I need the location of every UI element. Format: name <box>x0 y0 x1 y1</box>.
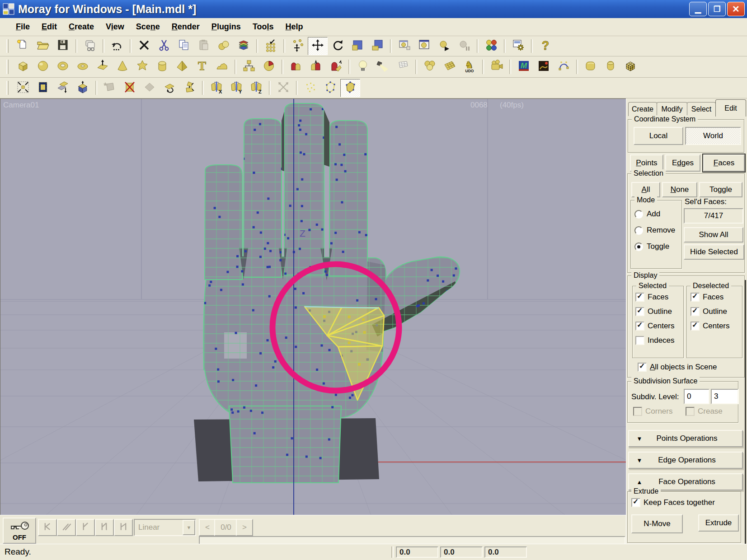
blob-button[interactable] <box>132 58 152 76</box>
copy-button[interactable] <box>174 37 194 55</box>
save-file-button[interactable] <box>53 37 73 55</box>
sweep-blob-button[interactable] <box>214 37 234 55</box>
csg-union-button[interactable] <box>286 58 306 76</box>
toolbar-grip[interactable] <box>6 60 9 74</box>
point-light-button[interactable] <box>353 58 373 76</box>
edge-operations-button[interactable]: ▼ Edge Operations <box>628 452 743 469</box>
bezier-patch-button[interactable] <box>554 58 573 76</box>
render-settings-button[interactable] <box>508 37 528 55</box>
points-mode-button[interactable] <box>301 79 320 97</box>
extrude-region-button[interactable] <box>53 79 73 97</box>
render-current-button[interactable] <box>414 37 434 55</box>
checkbox-deselected-faces[interactable]: Faces <box>691 293 724 302</box>
points-operations-button[interactable]: ▼ Points Operations <box>628 430 743 447</box>
checkbox-selected-faces[interactable]: Faces <box>635 293 668 302</box>
split-face-button[interactable] <box>179 79 199 97</box>
undo-button[interactable] <box>107 37 127 55</box>
help-button[interactable]: ? <box>536 37 555 55</box>
render-scene-button[interactable] <box>80 37 100 55</box>
mesh-button[interactable] <box>440 58 460 76</box>
extrude-button[interactable]: Extrude <box>698 514 739 532</box>
checkbox-selected-outline[interactable]: Outline <box>635 307 672 316</box>
menu-item-file[interactable]: File <box>10 20 36 33</box>
viewport-canvas[interactable] <box>0 99 626 515</box>
menu-item-plugins[interactable]: Plugins <box>206 20 247 33</box>
sphere-button[interactable] <box>33 58 53 76</box>
checkbox-keep-faces[interactable]: Keep Faces together <box>631 498 715 507</box>
udo-object-button[interactable]: ♞UDO <box>460 58 479 76</box>
checkbox-deselected-centers[interactable]: Centers <box>691 322 730 331</box>
csg-intersection-button[interactable] <box>306 58 326 76</box>
subdiv-level-max-input[interactable]: 3 <box>711 389 738 404</box>
mirror-y-button[interactable]: Y <box>226 79 246 97</box>
keyframe-toggle-button[interactable]: OFF <box>3 518 36 544</box>
checkbox-selected-indeces[interactable]: Indeces <box>635 336 675 345</box>
menu-item-tools[interactable]: Tools <box>247 20 280 33</box>
tab-edit[interactable]: Edit <box>715 99 746 117</box>
faces-mode-button[interactable] <box>340 79 360 97</box>
new-document-button[interactable] <box>13 37 33 55</box>
material-editor-button[interactable]: M <box>514 58 534 76</box>
csg-object-button[interactable] <box>259 58 279 76</box>
checkbox-selected-centers[interactable]: Centers <box>635 322 675 331</box>
menu-item-help[interactable]: Help <box>280 20 309 33</box>
blob-group-button[interactable] <box>420 58 440 76</box>
snap-grid-button[interactable] <box>261 37 281 55</box>
mode-add-radio[interactable]: Add <box>634 210 660 219</box>
delete-button[interactable] <box>134 37 154 55</box>
world-button[interactable]: World <box>685 127 741 145</box>
menu-item-edit[interactable]: Edit <box>36 20 63 33</box>
toolbar-grip[interactable] <box>6 81 9 95</box>
toolbar-grip[interactable] <box>6 39 9 53</box>
text-object-button[interactable]: T <box>192 58 212 76</box>
camera-button[interactable] <box>487 58 507 76</box>
cylinder-button[interactable] <box>152 58 172 76</box>
subdiv-level-min-input[interactable]: 0 <box>684 389 709 404</box>
torus-button[interactable] <box>53 58 73 76</box>
delete-face-button[interactable] <box>120 79 140 97</box>
select-toggle-button[interactable]: Toggle <box>699 182 742 197</box>
rotate-button[interactable] <box>328 37 348 55</box>
disc-button[interactable] <box>73 58 93 76</box>
select-points-button[interactable] <box>288 37 308 55</box>
outline-mode-button[interactable] <box>320 79 340 97</box>
viewport[interactable]: Camera01 0068 (40fps) Z <box>0 98 626 515</box>
mirror-x-button[interactable]: X <box>207 79 226 97</box>
checkbox-deselected-outline[interactable]: Outline <box>691 307 727 316</box>
pyramid-button[interactable] <box>172 58 192 76</box>
show-all-button[interactable]: Show All <box>684 227 743 243</box>
heightfield-button[interactable] <box>212 58 232 76</box>
restore-button[interactable]: ❐ <box>708 2 726 16</box>
local-button[interactable]: Local <box>634 127 683 145</box>
layers-button[interactable] <box>234 37 254 55</box>
subdivision-cube-button[interactable] <box>620 58 640 76</box>
minimize-button[interactable]: ▁ <box>689 2 707 16</box>
menu-item-create[interactable]: Create <box>63 20 100 33</box>
menu-item-view[interactable]: View <box>100 20 130 33</box>
open-file-button[interactable] <box>33 37 53 55</box>
scale-uniform-button[interactable] <box>367 37 387 55</box>
cut-button[interactable] <box>154 37 174 55</box>
tab-modify[interactable]: Modify <box>657 102 687 116</box>
select-none-button[interactable]: None <box>662 182 697 197</box>
select-all-button[interactable]: All <box>631 182 660 197</box>
box-button[interactable] <box>13 58 33 76</box>
spot-light-button[interactable] <box>373 58 393 76</box>
faces-button[interactable]: Faces <box>703 154 745 172</box>
area-light-button[interactable] <box>393 58 413 76</box>
checkbox-all-objects[interactable]: All objects in Scene <box>638 363 717 372</box>
edges-button[interactable]: Edges <box>665 154 700 172</box>
rounded-cylinder-button[interactable] <box>601 58 620 76</box>
menu-item-render[interactable]: Render <box>166 20 206 33</box>
n-move-button[interactable]: N-Move <box>631 514 683 533</box>
tab-create[interactable]: Create <box>628 102 657 116</box>
hide-selected-button[interactable]: Hide Selected <box>684 244 744 260</box>
rounded-box-button[interactable] <box>581 58 601 76</box>
flip-face-button[interactable] <box>160 79 179 97</box>
scale-button[interactable] <box>348 37 367 55</box>
mirror-z-button[interactable]: Z <box>246 79 266 97</box>
bounding-box-button[interactable] <box>33 79 53 97</box>
close-button[interactable]: ✕ <box>727 2 745 16</box>
materials-button[interactable] <box>481 37 501 55</box>
hierarchy-button[interactable] <box>239 58 259 76</box>
